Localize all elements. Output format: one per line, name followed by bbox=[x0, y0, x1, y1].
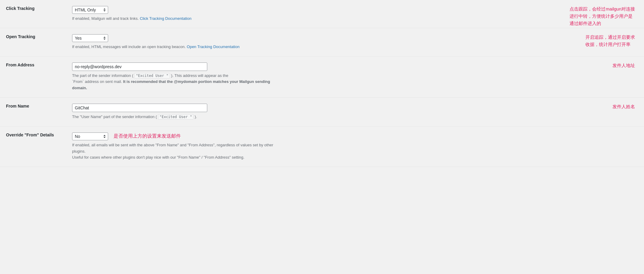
annotation-from-address: 发件人地址 bbox=[612, 62, 635, 69]
annotation-click-tracking: 点击跟踪，会经过mailgun对连接 进行中转，方便统计多少用户是 通过邮件进入… bbox=[570, 5, 635, 27]
select-open-tracking[interactable]: NoYes bbox=[72, 34, 108, 42]
description-link[interactable]: Open Tracking Documentation bbox=[187, 44, 240, 49]
description-link[interactable]: Click Tracking Documentation bbox=[140, 16, 191, 21]
description-open-tracking: If enabled, HTML messages will include a… bbox=[72, 44, 282, 50]
input-from-name[interactable] bbox=[72, 104, 207, 112]
description-from-name: The "User Name" part of the sender infor… bbox=[72, 114, 282, 120]
annotation-open-tracking: 开启追踪，通过开启要求 收据，统计用户打开率 bbox=[585, 34, 635, 48]
settings-row-open-tracking: Open TrackingNoYesIf enabled, HTML messa… bbox=[0, 28, 644, 56]
label-click-tracking: Click Tracking bbox=[0, 0, 66, 28]
content-from-address: The part of the sender information ( "Ex… bbox=[66, 56, 644, 97]
select-override-from[interactable]: NoYes bbox=[72, 132, 108, 140]
settings-row-from-address: From AddressThe part of the sender infor… bbox=[0, 56, 644, 97]
bold-text: It is recommended that the @mydomain por… bbox=[72, 79, 270, 90]
label-override-from: Override "From" Details bbox=[0, 126, 66, 167]
annotation-from-name: 发件人姓名 bbox=[612, 103, 635, 110]
description-click-tracking: If enabled, Mailgun will and track links… bbox=[72, 16, 282, 22]
annotation-override-from: 是否使用上方的设置来发送邮件 bbox=[114, 133, 181, 139]
label-open-tracking: Open Tracking bbox=[0, 28, 66, 56]
content-from-name: The "User Name" part of the sender infor… bbox=[66, 97, 644, 126]
label-from-address: From Address bbox=[0, 56, 66, 97]
description-override-from: If enabled, all emails will be sent with… bbox=[72, 142, 282, 161]
inline-code: "Excited User " bbox=[134, 73, 170, 78]
content-click-tracking: DisabledHTML OnlyAllIf enabled, Mailgun … bbox=[66, 0, 644, 28]
input-from-address[interactable] bbox=[72, 62, 207, 71]
select-click-tracking[interactable]: DisabledHTML OnlyAll bbox=[72, 6, 108, 14]
label-from-name: From Name bbox=[0, 97, 66, 126]
description-from-address: The part of the sender information ( "Ex… bbox=[72, 73, 282, 91]
settings-row-override-from: Override "From" DetailsNoYes是否使用上方的设置来发送… bbox=[0, 126, 644, 167]
content-open-tracking: NoYesIf enabled, HTML messages will incl… bbox=[66, 28, 644, 56]
content-override-from: NoYes是否使用上方的设置来发送邮件If enabled, all email… bbox=[66, 126, 644, 167]
settings-row-click-tracking: Click TrackingDisabledHTML OnlyAllIf ena… bbox=[0, 0, 644, 28]
settings-row-from-name: From NameThe "User Name" part of the sen… bbox=[0, 97, 644, 126]
inline-code: "Excited User " bbox=[158, 114, 193, 120]
settings-table: Click TrackingDisabledHTML OnlyAllIf ena… bbox=[0, 0, 644, 167]
